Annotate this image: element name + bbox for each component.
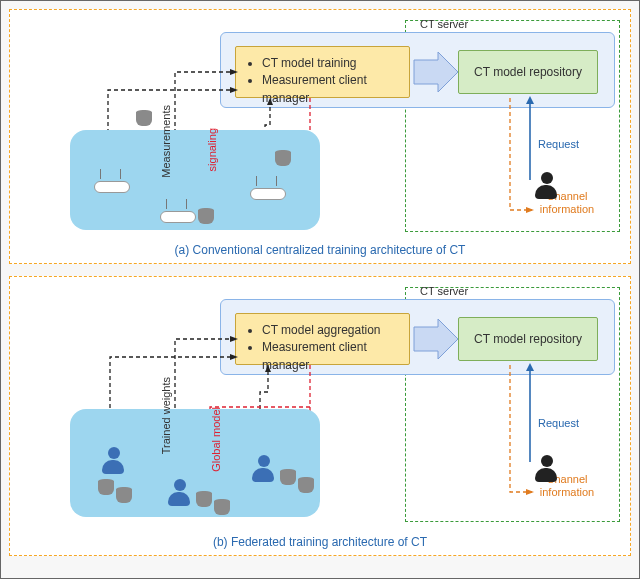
database-icon <box>214 499 230 515</box>
proc-item: Measurement client manager <box>262 339 399 374</box>
database-icon <box>298 477 314 493</box>
server-label: CT server <box>420 18 468 30</box>
database-icon <box>275 150 291 166</box>
trained-weights-label: Trained weights <box>160 377 172 454</box>
client-user-icon <box>168 479 192 507</box>
client-user-icon <box>102 447 126 475</box>
proc-item: CT model training <box>262 55 399 72</box>
request-label: Request <box>538 417 579 429</box>
repo-label: CT model repository <box>474 332 582 346</box>
signaling-label: signaling <box>206 128 218 171</box>
user-icon <box>535 172 559 200</box>
database-icon <box>98 479 114 495</box>
access-point-icon <box>94 175 128 193</box>
database-icon <box>196 491 212 507</box>
repo-box: CT model repository <box>458 317 598 361</box>
access-point-icon <box>160 205 194 223</box>
proc-item: Measurement client manager <box>262 72 399 107</box>
panel-caption: (a) Conventional centralized training ar… <box>10 239 630 261</box>
proc-item: CT model aggregation <box>262 322 399 339</box>
database-icon <box>136 110 152 126</box>
server-label: CT server <box>420 285 468 297</box>
processor-box: CT model aggregation Measurement client … <box>235 313 410 365</box>
panel-federated: CT server CT model aggregation Measureme… <box>9 276 631 556</box>
processor-box: CT model training Measurement client man… <box>235 46 410 98</box>
global-model-label: Global model <box>210 407 222 472</box>
repo-box: CT model repository <box>458 50 598 94</box>
measurements-label: Measurements <box>160 105 172 178</box>
database-icon <box>280 469 296 485</box>
request-label: Request <box>538 138 579 150</box>
client-user-icon <box>252 455 276 483</box>
repo-label: CT model repository <box>474 65 582 79</box>
page: CT server CT model training Measurement … <box>0 0 640 579</box>
user-icon <box>535 455 559 483</box>
access-point-icon <box>250 182 284 200</box>
panel-centralized: CT server CT model training Measurement … <box>9 9 631 264</box>
panel-caption: (b) Federated training architecture of C… <box>10 531 630 553</box>
database-icon <box>116 487 132 503</box>
database-icon <box>198 208 214 224</box>
